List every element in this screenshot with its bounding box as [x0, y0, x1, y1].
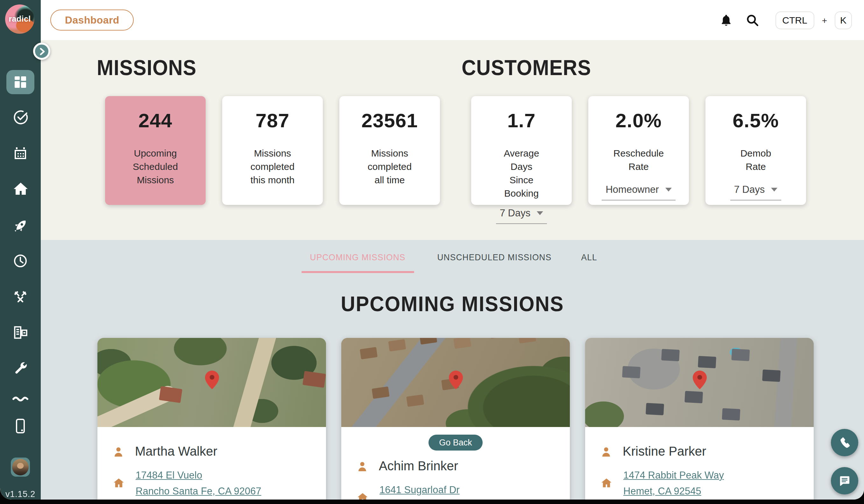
stat-card-demob-rate[interactable]: 6.5% Demob Rate 7 Days	[706, 96, 806, 205]
missions-cards: 244 Upcoming Scheduled Missions 787 Miss…	[105, 96, 440, 205]
notifications-bell-icon[interactable]	[718, 12, 734, 28]
demob-rate-filter-dropdown[interactable]: 7 Days	[730, 184, 782, 200]
address-line2-link[interactable]: San Mateo, CA 94403	[380, 497, 476, 500]
sidebar-item-service[interactable]	[0, 361, 41, 376]
stat-value: 1.7	[507, 109, 536, 132]
logo-text: radicl	[9, 15, 31, 24]
mission-card[interactable]: Kristine Parker 1474 Rabbit Peak Way Hem…	[585, 338, 814, 500]
chevron-down-icon	[771, 188, 777, 192]
stat-label: Upcoming Scheduled Missions	[133, 146, 178, 186]
address-line2-link[interactable]: Hemet, CA 92545	[623, 483, 724, 499]
wrench-icon	[13, 361, 28, 376]
home-icon	[600, 477, 612, 489]
dashboard-button[interactable]: Dashboard	[50, 10, 134, 30]
sidebar-item-mobile[interactable]	[0, 418, 41, 435]
chevron-down-icon	[665, 188, 672, 192]
rocket-icon	[12, 218, 28, 234]
satellite-map[interactable]	[585, 338, 814, 427]
stat-label: Demob Rate	[741, 146, 771, 173]
missions-tabs: UPCOMING MISSIONS UNSCHEDULED MISSIONS A…	[41, 252, 864, 262]
chat-bubble-icon	[839, 475, 851, 487]
customer-row: Achim Brinker	[341, 459, 570, 474]
chevron-right-icon	[38, 47, 46, 55]
stat-label: Missions completed this month	[251, 146, 295, 186]
sidebar-item-tasks[interactable]	[0, 109, 41, 125]
customer-name: Martha Walker	[135, 444, 217, 459]
tab-upcoming-missions[interactable]: UPCOMING MISSIONS	[310, 252, 405, 262]
dashboard-grid-icon	[13, 74, 28, 90]
user-avatar[interactable]	[11, 457, 30, 477]
sidebar-item-equipment[interactable]	[0, 290, 41, 305]
tab-unscheduled-missions[interactable]: UNSCHEDULED MISSIONS	[437, 252, 552, 262]
calendar-icon	[13, 146, 28, 161]
wave-icon	[12, 395, 29, 402]
avg-days-filter-dropdown[interactable]: 7 Days	[496, 207, 547, 224]
customers-cards: 1.7 Average Days Since Booking 2.0% Resc…	[471, 96, 806, 205]
dropdown-value: Homeowner	[605, 184, 659, 195]
avg-days-filter-wrap: 7 Days	[471, 207, 572, 224]
satellite-map[interactable]	[341, 338, 570, 427]
clock-icon	[13, 253, 28, 269]
sidebar: radicl	[0, 0, 41, 500]
tab-all[interactable]: ALL	[581, 252, 597, 262]
sidebar-item-wave[interactable]	[0, 395, 41, 402]
go-back-button[interactable]: Go Back	[428, 435, 483, 451]
sidebar-item-launch[interactable]	[0, 218, 41, 234]
person-icon	[113, 446, 124, 457]
check-circle-icon	[12, 109, 28, 125]
address-line1-link[interactable]: 1641 Sugarloaf Dr	[380, 482, 476, 497]
call-fab-button[interactable]	[831, 429, 858, 456]
reschedule-rate-filter-dropdown[interactable]: Homeowner	[602, 184, 675, 200]
stat-card-reschedule-rate[interactable]: 2.0% Reschedule Rate Homeowner	[588, 96, 689, 205]
customer-row: Martha Walker	[97, 444, 326, 459]
search-icon[interactable]	[744, 12, 760, 28]
satellite-map[interactable]	[97, 338, 326, 427]
dropdown-value: 7 Days	[500, 207, 531, 219]
screen: Dashboard CTRL + K MI	[0, 0, 864, 504]
customers-heading: CUSTOMERS	[461, 56, 591, 80]
sidebar-expand-button[interactable]	[33, 42, 50, 60]
mission-card-body: Kristine Parker 1474 Rabbit Peak Way Hem…	[585, 444, 814, 500]
map-pin-icon	[448, 370, 463, 390]
stat-card-completed-month[interactable]: 787 Missions completed this month	[222, 96, 323, 205]
mission-card[interactable]: Martha Walker 17484 El Vuelo Rancho Sant…	[97, 338, 326, 500]
map-pin-icon	[205, 370, 219, 390]
sidebar-item-dashboard[interactable]	[0, 74, 41, 90]
hammer-wrench-icon	[13, 290, 28, 305]
map-texture	[159, 386, 182, 403]
chevron-down-icon	[537, 211, 543, 215]
stat-card-avg-days[interactable]: 1.7 Average Days Since Booking	[471, 96, 572, 205]
stat-card-upcoming-scheduled[interactable]: 244 Upcoming Scheduled Missions	[105, 96, 206, 205]
map-pin-icon	[693, 370, 706, 390]
topbar-actions: CTRL + K	[718, 0, 852, 40]
avatar-photo	[12, 459, 29, 475]
map-texture	[360, 347, 377, 359]
address-row: 1641 Sugarloaf Dr San Mateo, CA 94403	[341, 482, 570, 500]
sidebar-item-home[interactable]	[0, 181, 41, 197]
stat-card-completed-alltime[interactable]: 23561 Missions completed all time	[339, 96, 440, 205]
shortcut-plus: +	[822, 15, 827, 25]
stat-label: Average Days Since Booking	[504, 146, 539, 200]
address-line1-link[interactable]: 17484 El Vuelo	[136, 467, 261, 483]
mission-card[interactable]: Go Back Achim Brinker 1641 Sugarloa	[341, 338, 570, 500]
sidebar-item-history[interactable]	[0, 253, 41, 269]
chat-fab-button[interactable]	[831, 467, 858, 494]
home-icon	[113, 477, 125, 489]
stat-label: Missions completed all time	[368, 146, 412, 186]
sidebar-item-calendar[interactable]	[0, 146, 41, 161]
mobile-phone-icon	[13, 418, 28, 435]
stat-value: 2.0%	[615, 109, 661, 132]
address-links: 1474 Rabbit Peak Way Hemet, CA 92545	[623, 467, 724, 499]
home-icon	[357, 492, 369, 500]
address-line2-link[interactable]: Rancho Santa Fe, CA 92067	[136, 483, 261, 499]
company-docs-icon	[12, 324, 28, 341]
dropdown-value: 7 Days	[734, 184, 765, 195]
address-row: 17484 El Vuelo Rancho Santa Fe, CA 92067	[97, 467, 326, 499]
radicl-logo[interactable]: radicl	[5, 4, 34, 34]
missions-list-panel: UPCOMING MISSIONS UNSCHEDULED MISSIONS A…	[41, 240, 864, 500]
top-bar: Dashboard CTRL + K	[41, 0, 864, 40]
address-line1-link[interactable]: 1474 Rabbit Peak Way	[623, 467, 724, 483]
customer-name: Kristine Parker	[623, 444, 706, 459]
stat-value: 787	[256, 109, 289, 132]
sidebar-item-company[interactable]	[0, 324, 41, 341]
